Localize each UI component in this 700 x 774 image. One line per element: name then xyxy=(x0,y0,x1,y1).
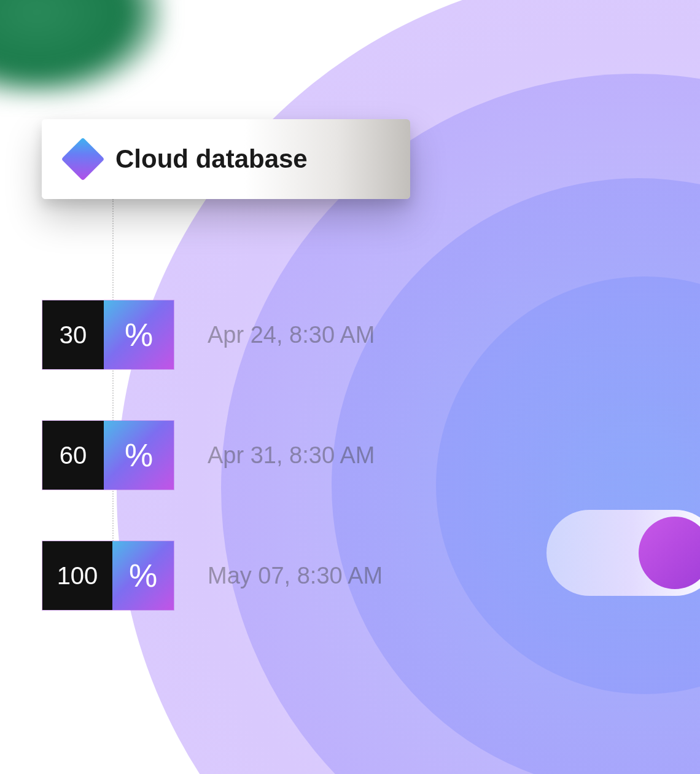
timestamp: Apr 31, 8:30 AM xyxy=(208,442,375,469)
timestamp: Apr 24, 8:30 AM xyxy=(208,322,375,348)
database-title: Cloud database xyxy=(115,144,308,174)
progress-row: 30 % Apr 24, 8:30 AM xyxy=(42,300,383,370)
progress-value: 30 xyxy=(42,300,104,369)
progress-value: 60 xyxy=(42,421,104,490)
timestamp: May 07, 8:30 AM xyxy=(208,563,383,589)
percent-icon: % xyxy=(104,300,174,369)
progress-value: 100 xyxy=(42,541,112,610)
progress-list: 30 % Apr 24, 8:30 AM 60 % Apr 31, 8:30 A… xyxy=(42,300,383,611)
green-blob-decoration xyxy=(0,0,166,98)
diamond-icon xyxy=(61,138,105,181)
progress-badge[interactable]: 30 % xyxy=(42,300,174,370)
progress-badge[interactable]: 100 % xyxy=(42,541,174,611)
progress-row: 60 % Apr 31, 8:30 AM xyxy=(42,420,383,490)
progress-badge[interactable]: 60 % xyxy=(42,420,174,490)
toggle-knob xyxy=(639,517,700,589)
percent-icon: % xyxy=(112,541,174,610)
progress-row: 100 % May 07, 8:30 AM xyxy=(42,541,383,611)
percent-icon: % xyxy=(104,421,174,490)
database-card[interactable]: Cloud database xyxy=(42,119,410,199)
toggle-switch[interactable] xyxy=(546,510,700,596)
